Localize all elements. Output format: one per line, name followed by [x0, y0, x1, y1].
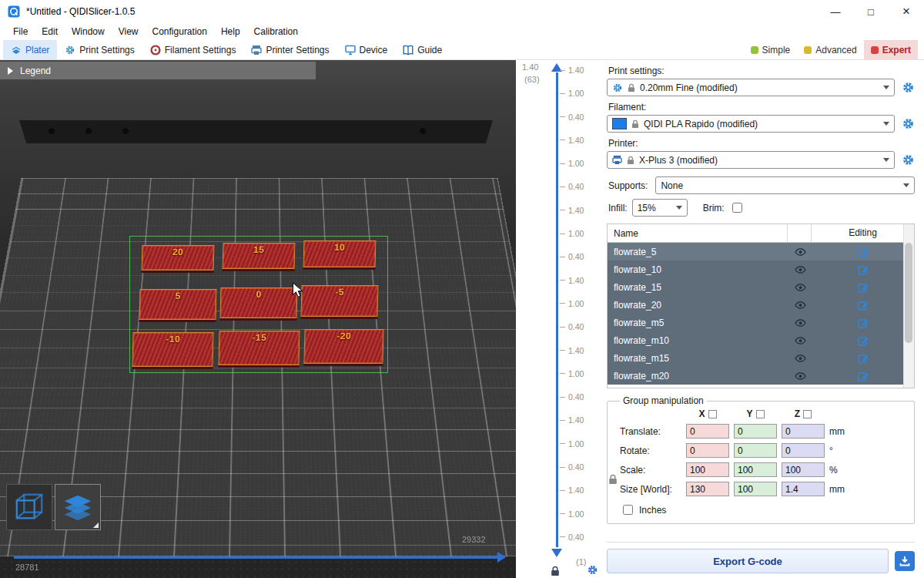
menu-calibration[interactable]: Calibration — [247, 23, 305, 40]
size-y-field[interactable] — [734, 482, 777, 496]
maximize-button[interactable]: □ — [853, 0, 889, 23]
layer-slider-lower-handle[interactable] — [551, 549, 562, 557]
mode-switcher: Simple Advanced Expert — [744, 40, 924, 59]
tab-print-settings-label: Print Settings — [79, 45, 134, 55]
close-button[interactable]: × — [889, 0, 924, 23]
inches-checkbox[interactable] — [623, 505, 633, 515]
axis-x-icon — [708, 410, 717, 418]
edit-icon[interactable] — [812, 247, 914, 257]
export-gcode-button[interactable]: Export G-code — [607, 549, 889, 573]
slider-lock-icon[interactable] — [551, 566, 560, 576]
visibility-eye-icon[interactable] — [788, 301, 812, 309]
menu-window[interactable]: Window — [65, 23, 112, 40]
infill-combo[interactable]: 15% — [632, 199, 688, 217]
visibility-eye-icon[interactable] — [788, 372, 812, 380]
size-x-field[interactable] — [686, 482, 729, 496]
legend-header[interactable]: Legend — [0, 62, 316, 79]
object-row[interactable]: flowrate_10 — [608, 260, 914, 278]
visibility-eye-icon[interactable] — [788, 337, 812, 344]
tab-printer-settings[interactable]: Printer Settings — [243, 40, 336, 59]
model-flowrate-0[interactable]: 0 — [219, 287, 297, 318]
solid-view-button[interactable] — [6, 484, 52, 530]
object-list-scrollbar[interactable] — [903, 224, 914, 388]
printer-edit-button[interactable] — [901, 153, 915, 167]
edit-icon[interactable] — [812, 353, 914, 364]
scale-y-field[interactable] — [734, 462, 777, 477]
object-row[interactable]: flowrate_m20 — [608, 367, 914, 385]
edit-icon[interactable] — [812, 300, 914, 311]
3d-viewport[interactable]: 20 15 10 5 0 -5 -10 -15 -20 Legend 29332… — [0, 60, 516, 578]
visibility-eye-icon[interactable] — [788, 266, 812, 274]
rotate-z-field[interactable] — [782, 443, 825, 458]
model-flowrate-m10[interactable]: -10 — [132, 332, 213, 367]
menu-edit[interactable]: Edit — [35, 23, 65, 40]
translate-y-field[interactable] — [734, 424, 777, 439]
tab-guide-label: Guide — [417, 45, 442, 55]
tab-filament-settings[interactable]: Filament Settings — [142, 40, 244, 59]
visibility-eye-icon[interactable] — [788, 284, 812, 291]
menu-configuration[interactable]: Configuration — [146, 23, 214, 40]
mode-expert[interactable]: Expert — [864, 40, 918, 59]
visibility-eye-icon[interactable] — [788, 248, 812, 256]
mode-simple[interactable]: Simple — [744, 40, 798, 59]
edit-icon[interactable] — [812, 282, 914, 293]
size-z-field[interactable] — [782, 482, 825, 496]
translate-z-field[interactable] — [782, 424, 825, 439]
horizontal-slider-arrow[interactable] — [497, 552, 506, 563]
model-flowrate-20[interactable]: 20 — [142, 245, 215, 271]
layer-slider-track[interactable] — [556, 72, 558, 547]
layer-tick: 1.40 — [560, 136, 598, 144]
visibility-eye-icon[interactable] — [788, 355, 812, 362]
filament-combo[interactable]: QIDI PLA Rapido (modified) — [607, 115, 895, 133]
rotate-y-field[interactable] — [734, 443, 777, 458]
model-flowrate-15[interactable]: 15 — [223, 243, 296, 269]
model-flowrate-m5[interactable]: -5 — [300, 285, 378, 317]
model-flowrate-m20[interactable]: -20 — [303, 329, 383, 364]
brim-checkbox[interactable] — [732, 203, 742, 213]
model-flowrate-10[interactable]: 10 — [303, 240, 377, 267]
model-flowrate-5[interactable]: 5 — [139, 289, 216, 320]
tab-device[interactable]: Device — [337, 40, 396, 59]
object-row[interactable]: flowrate_m5 — [608, 314, 914, 331]
slider-settings-gear-icon[interactable] — [587, 564, 598, 576]
export-to-sd-button[interactable] — [895, 551, 915, 571]
rotate-x-field[interactable] — [686, 443, 729, 458]
view-toolbar — [6, 484, 101, 530]
layers-view-button[interactable] — [55, 484, 101, 530]
object-row[interactable]: flowrate_5 — [608, 243, 914, 260]
object-name: flowrate_m20 — [608, 371, 788, 381]
minimize-button[interactable]: — — [818, 0, 853, 23]
tab-printer-settings-label: Printer Settings — [266, 45, 329, 55]
translate-x-field[interactable] — [686, 424, 729, 439]
plate-label: -20 — [336, 331, 352, 363]
edit-icon[interactable] — [812, 335, 914, 346]
print-settings-combo[interactable]: 0.20mm Fine (modified) — [607, 79, 895, 96]
uniform-scale-lock-icon[interactable] — [608, 474, 618, 485]
layer-current-height: 1.40 — [522, 62, 538, 72]
scale-z-field[interactable] — [782, 462, 825, 477]
object-row[interactable]: flowrate_m10 — [608, 331, 914, 349]
edit-icon[interactable] — [812, 371, 914, 381]
object-row[interactable]: flowrate_15 — [608, 278, 914, 296]
horizontal-slider-track[interactable] — [14, 556, 497, 559]
visibility-eye-icon[interactable] — [788, 319, 812, 327]
scale-x-field[interactable] — [686, 462, 729, 477]
filament-edit-button[interactable] — [901, 117, 915, 131]
object-row[interactable]: flowrate_m15 — [608, 349, 914, 367]
mode-advanced[interactable]: Advanced — [797, 40, 863, 59]
menu-file[interactable]: File — [6, 23, 35, 40]
model-flowrate-m15[interactable]: -15 — [218, 331, 300, 365]
edit-icon[interactable] — [812, 264, 914, 275]
menu-view[interactable]: View — [112, 23, 146, 40]
menu-help[interactable]: Help — [214, 23, 247, 40]
tab-print-settings[interactable]: Print Settings — [57, 40, 142, 59]
print-settings-edit-button[interactable] — [901, 81, 915, 95]
supports-combo[interactable]: None — [655, 176, 915, 194]
edit-icon[interactable] — [812, 318, 914, 328]
object-row[interactable]: flowrate_20 — [608, 296, 914, 314]
layer-tick: 1.40 — [560, 66, 598, 74]
tab-plater[interactable]: Plater — [3, 40, 57, 59]
printer-combo[interactable]: X-Plus 3 (modified) — [607, 151, 895, 169]
tab-guide[interactable]: Guide — [395, 40, 450, 59]
scrollbar-thumb[interactable] — [905, 243, 912, 343]
